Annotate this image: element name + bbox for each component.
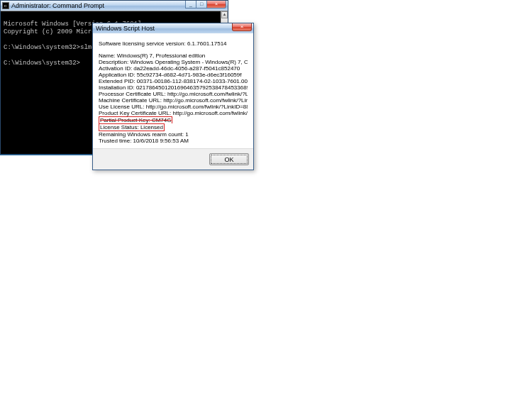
detail-line: Installation ID: 02178645012016964635792… [99,84,248,91]
cmd-titlebar[interactable]: c: Administrator: Command Prompt _ □ × [1,1,228,11]
detail-line: Trusted time: 10/6/2018 9:56:53 AM [99,138,248,144]
detail-line: Product Key Certificate URL: http://go.m… [99,110,248,116]
detail-line: Processor Certificate URL: http://go.mic… [99,91,248,97]
ok-button[interactable]: OK [209,153,249,165]
detail-line: Machine Certificate URL: http://go.micro… [99,97,248,104]
license-status-highlight: License Status: Licensed [99,123,165,131]
cmd-window-controls: _ □ × [186,1,226,9]
cmd-icon: c: [2,2,9,9]
detail-line: Extended PID: 00371-00186-112-838174-02-… [99,78,248,84]
detail-line: Name: Windows(R) 7, Professional edition [99,52,248,59]
close-button[interactable]: × [206,1,226,9]
detail-line: Activation ID: da22eadd-46dc-4056-a287-f… [99,65,248,72]
dialog-title: Windows Script Host [96,25,250,32]
script-host-dialog: Windows Script Host × Software licensing… [92,23,254,170]
detail-line: Use License URL: http://go.microsoft.com… [99,104,248,110]
maximize-button[interactable]: □ [196,1,207,9]
minimize-button[interactable]: _ [185,1,196,9]
detail-line: Application ID: 55c92734-d682-4d71-983e-… [99,72,248,78]
dialog-footer: OK [93,148,253,170]
partial-product-key-line: Partial Product Key: CM74G [99,116,172,123]
dialog-titlebar[interactable]: Windows Script Host × [93,23,253,33]
dialog-body: Software licensing service version: 6.1.… [93,33,253,148]
software-version-line: Software licensing service version: 6.1.… [99,40,248,47]
detail-line: Description: Windows Operating System - … [99,59,248,65]
detail-line: Remaining Windows rearm count: 1 [99,131,248,138]
dialog-close-button[interactable]: × [232,23,252,31]
scroll-up-button[interactable]: ▲ [221,11,228,18]
